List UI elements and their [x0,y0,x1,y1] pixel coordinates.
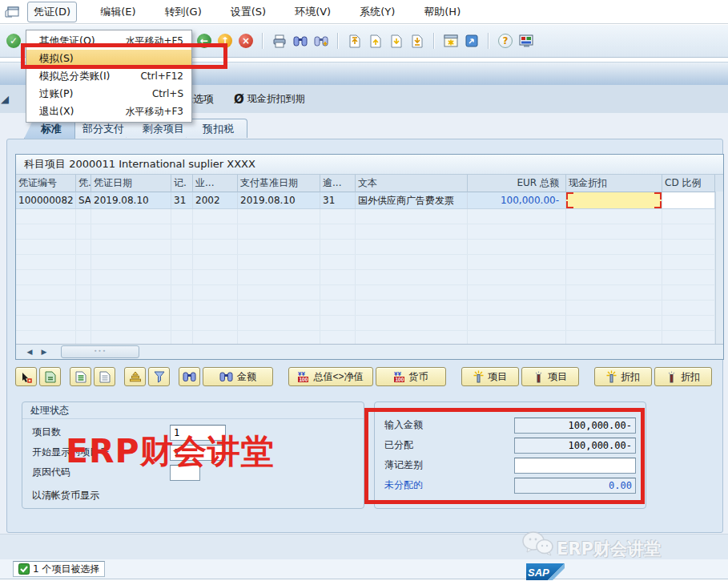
menu-item-label: 模拟总分类账(I) [39,70,140,83]
last-page-icon[interactable] [407,31,428,50]
menu-item-label: 过账(P) [39,87,152,101]
empty-cell [566,224,662,239]
table-empty-row [16,285,723,301]
cell-business-area[interactable]: 2002 [193,192,238,208]
empty-cell [320,224,356,239]
col-header[interactable]: 逾... [320,175,356,192]
print-icon[interactable] [269,31,290,50]
find-next-icon[interactable] [311,31,332,50]
select-block-button[interactable] [39,367,61,386]
empty-cell [238,285,320,300]
menu-environment[interactable]: 环境(V) [289,2,336,22]
col-header[interactable]: 记. [171,175,193,192]
select-all-button[interactable] [70,367,91,386]
col-header[interactable]: 现金折扣 [566,175,662,192]
amount-search-button[interactable]: 金额 [203,367,273,386]
activate-items-button[interactable]: 项目 [461,367,519,386]
empty-cell [16,240,76,254]
deactivate-discount-label: 折扣 [681,370,700,384]
deactivate-discount-button[interactable]: 折扣 [654,367,712,386]
table-row[interactable]: 100000082 SA 2019.08.10 31 2002 2019.08.… [16,192,723,209]
empty-cell [566,255,662,269]
empty-cell [238,224,320,239]
scroll-left-icon[interactable]: ◀ [22,345,37,358]
horizontal-scrollbar[interactable]: ◀ ▶ ∙∙∙ [16,344,723,359]
empty-cell [91,316,171,330]
deselect-all-button[interactable] [94,367,115,386]
svg-text:100: 100 [395,377,404,382]
next-page-icon[interactable] [386,31,407,50]
empty-cell [566,270,662,284]
cell-posting-key[interactable]: 31 [171,192,193,208]
gross-net-button[interactable]: ¥¥100总值<>净值 [288,367,373,386]
scroll-right-icon[interactable]: ▶ [37,345,51,358]
select-item-button[interactable] [15,367,37,386]
cancel-icon[interactable]: × [235,31,256,50]
cell-text[interactable]: 国外供应商广告费发票 [356,192,468,208]
empty-cell [662,255,715,269]
help-icon[interactable]: ? [495,31,516,50]
col-header[interactable]: 业... [193,175,238,192]
amount-button-label: 金额 [237,370,256,384]
deactivate-items-button[interactable]: 项目 [521,367,579,386]
empty-cell [468,316,566,330]
find-amount-button[interactable] [179,367,200,386]
empty-cell [193,301,238,315]
empty-cell [16,285,76,300]
empty-cell [193,240,238,254]
empty-cell [171,240,193,254]
col-header[interactable]: CD 比例 [662,175,715,192]
empty-cell [171,316,193,330]
empty-cell [91,224,171,239]
cell-overdue[interactable]: 31 [320,192,356,208]
prev-page-icon[interactable] [365,31,386,50]
col-header[interactable]: 凭证编号 [16,175,76,192]
empty-cell [76,301,91,315]
cash-discount-due-button[interactable]: Ø 现金折扣到期 [234,92,305,107]
col-header[interactable]: 文本 [356,175,468,192]
status-message[interactable]: 1 个项目被选择 [13,561,105,577]
toolbar-separator [262,33,263,49]
window-control-icon[interactable] [4,5,20,22]
col-header[interactable]: EUR 总额 [468,175,566,192]
empty-cell [320,285,356,300]
menu-system[interactable]: 系统(Y) [354,2,400,22]
toolbar-separator [488,33,489,49]
first-page-icon[interactable] [344,31,365,50]
activate-discount-button[interactable]: 折扣 [594,367,652,386]
account-group-header: 科目项目 2000011 International suplier XXXX [16,155,723,175]
menu-item-simulate-gl[interactable]: 模拟总分类账(I) Ctrl+F12 [26,67,191,85]
shortcut-icon[interactable] [461,31,482,50]
col-header[interactable]: 凭. [76,175,91,192]
cell-document-number[interactable]: 100000082 [16,192,76,208]
cell-baseline-date[interactable]: 2019.08.10 [238,192,320,208]
menu-settings[interactable]: 设置(S) [225,2,271,22]
find-icon[interactable] [290,31,311,50]
cell-doc-date[interactable]: 2019.08.10 [91,192,171,208]
cell-doc-type[interactable]: SA [76,192,91,208]
new-session-icon[interactable] [440,31,461,50]
menu-item-post[interactable]: 过账(P) Ctrl+S [26,85,191,103]
empty-cell [238,209,320,224]
empty-cell [91,240,171,254]
menu-goto[interactable]: 转到(G) [159,2,207,22]
cell-cash-discount-input[interactable] [566,192,662,208]
currency-button[interactable]: ¥¥100货币 [376,367,446,386]
col-header[interactable]: 支付基准日期 [238,175,320,192]
vertical-scrollbar[interactable] [715,192,723,345]
empty-cell [91,285,171,300]
cell-eur-amount[interactable]: 100,000.00- [468,192,566,208]
cell-cd-percent[interactable] [662,192,715,208]
tab-withholding-tax[interactable]: 预扣税 [186,119,247,139]
col-header[interactable]: 凭证日期 [91,175,171,192]
menu-edit[interactable]: 编辑(E) [95,2,141,22]
filter-button[interactable] [148,367,170,386]
sort-button[interactable] [124,367,146,386]
customize-layout-icon[interactable] [516,31,537,50]
deactivate-items-label: 项目 [548,370,567,384]
empty-cell [171,270,193,284]
scrollbar-thumb[interactable]: ∙∙∙ [61,345,139,358]
menu-document[interactable]: 凭证(D) [27,2,77,22]
menu-item-exit[interactable]: 退出(X) 水平移动+F3 [26,103,191,120]
menu-help[interactable]: 帮助(H) [418,2,466,22]
